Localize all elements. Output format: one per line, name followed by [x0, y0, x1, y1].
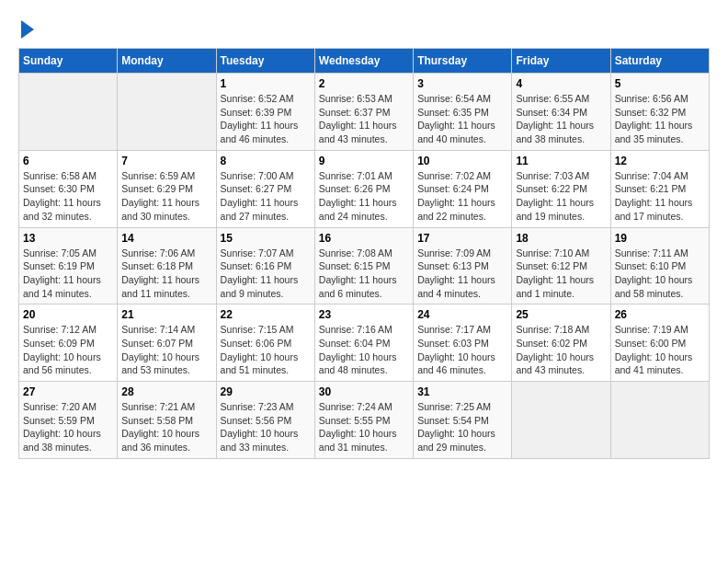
calendar-cell: 6Sunrise: 6:58 AMSunset: 6:30 PMDaylight…: [19, 150, 118, 227]
day-detail: Sunrise: 7:07 AMSunset: 6:16 PMDaylight:…: [221, 247, 311, 301]
calendar-cell: 15Sunrise: 7:07 AMSunset: 6:16 PMDayligh…: [216, 227, 314, 304]
calendar-cell: 24Sunrise: 7:17 AMSunset: 6:03 PMDayligh…: [414, 304, 512, 382]
day-number: 19: [615, 232, 705, 245]
calendar-cell: 12Sunrise: 7:04 AMSunset: 6:21 PMDayligh…: [610, 150, 709, 227]
calendar-cell: 30Sunrise: 7:24 AMSunset: 5:55 PMDayligh…: [314, 382, 413, 459]
logo-arrow-icon: [21, 20, 34, 39]
calendar-header-row: SundayMondayTuesdayWednesdayThursdayFrid…: [19, 49, 710, 74]
calendar-cell: 17Sunrise: 7:09 AMSunset: 6:13 PMDayligh…: [414, 227, 512, 304]
day-number: 1: [221, 77, 311, 90]
day-number: 15: [221, 232, 311, 245]
day-number: 21: [121, 308, 211, 321]
calendar-week-row: 1Sunrise: 6:52 AMSunset: 6:39 PMDaylight…: [19, 74, 710, 151]
day-detail: Sunrise: 7:19 AMSunset: 6:00 PMDaylight:…: [615, 323, 705, 377]
day-detail: Sunrise: 7:12 AMSunset: 6:09 PMDaylight:…: [23, 323, 113, 377]
day-detail: Sunrise: 6:52 AMSunset: 6:39 PMDaylight:…: [221, 92, 311, 146]
day-number: 2: [319, 77, 409, 90]
calendar-cell: 31Sunrise: 7:25 AMSunset: 5:54 PMDayligh…: [414, 382, 512, 459]
calendar-cell: 10Sunrise: 7:02 AMSunset: 6:24 PMDayligh…: [414, 150, 512, 227]
day-number: 10: [417, 155, 507, 167]
day-number: 16: [319, 232, 409, 245]
day-number: 25: [516, 308, 606, 321]
day-detail: Sunrise: 7:00 AMSunset: 6:27 PMDaylight:…: [221, 169, 311, 224]
header-sunday: Sunday: [19, 49, 118, 74]
calendar-cell: 19Sunrise: 7:11 AMSunset: 6:10 PMDayligh…: [610, 227, 709, 304]
page-header: [18, 18, 710, 39]
day-number: 13: [23, 232, 113, 245]
day-number: 29: [221, 385, 311, 398]
day-number: 3: [417, 77, 507, 90]
calendar-week-row: 20Sunrise: 7:12 AMSunset: 6:09 PMDayligh…: [19, 304, 710, 382]
day-number: 30: [319, 385, 409, 398]
day-number: 9: [319, 155, 409, 167]
day-detail: Sunrise: 6:55 AMSunset: 6:34 PMDaylight:…: [516, 92, 606, 146]
logo: [18, 18, 34, 39]
calendar-cell: 23Sunrise: 7:16 AMSunset: 6:04 PMDayligh…: [314, 304, 413, 382]
calendar-week-row: 6Sunrise: 6:58 AMSunset: 6:30 PMDaylight…: [19, 150, 710, 227]
day-number: 6: [23, 155, 113, 167]
calendar-cell: [118, 74, 216, 151]
day-detail: Sunrise: 7:09 AMSunset: 6:13 PMDaylight:…: [417, 247, 507, 301]
day-detail: Sunrise: 7:15 AMSunset: 6:06 PMDaylight:…: [221, 323, 311, 377]
calendar-table: SundayMondayTuesdayWednesdayThursdayFrid…: [18, 48, 710, 459]
day-number: 12: [615, 155, 705, 167]
calendar-cell: 13Sunrise: 7:05 AMSunset: 6:19 PMDayligh…: [19, 227, 118, 304]
day-number: 22: [221, 308, 311, 321]
header-monday: Monday: [118, 49, 216, 74]
day-number: 20: [23, 308, 113, 321]
day-number: 31: [417, 385, 507, 398]
day-detail: Sunrise: 7:08 AMSunset: 6:15 PMDaylight:…: [319, 247, 409, 301]
day-number: 5: [615, 77, 705, 90]
calendar-cell: 5Sunrise: 6:56 AMSunset: 6:32 PMDaylight…: [610, 74, 709, 151]
day-number: 8: [221, 155, 311, 167]
calendar-cell: 28Sunrise: 7:21 AMSunset: 5:58 PMDayligh…: [118, 382, 216, 459]
day-detail: Sunrise: 7:05 AMSunset: 6:19 PMDaylight:…: [23, 247, 113, 301]
day-detail: Sunrise: 7:23 AMSunset: 5:56 PMDaylight:…: [221, 400, 311, 454]
header-friday: Friday: [512, 49, 610, 74]
calendar-cell: 2Sunrise: 6:53 AMSunset: 6:37 PMDaylight…: [314, 74, 413, 151]
day-detail: Sunrise: 6:59 AMSunset: 6:29 PMDaylight:…: [121, 169, 211, 224]
calendar-cell: 22Sunrise: 7:15 AMSunset: 6:06 PMDayligh…: [216, 304, 314, 382]
calendar-cell: 9Sunrise: 7:01 AMSunset: 6:26 PMDaylight…: [314, 150, 413, 227]
day-detail: Sunrise: 6:53 AMSunset: 6:37 PMDaylight:…: [319, 92, 409, 146]
calendar-cell: 7Sunrise: 6:59 AMSunset: 6:29 PMDaylight…: [118, 150, 216, 227]
day-number: 28: [121, 385, 211, 398]
day-number: 17: [417, 232, 507, 245]
calendar-cell: 1Sunrise: 6:52 AMSunset: 6:39 PMDaylight…: [216, 74, 314, 151]
calendar-cell: 11Sunrise: 7:03 AMSunset: 6:22 PMDayligh…: [512, 150, 610, 227]
day-detail: Sunrise: 7:10 AMSunset: 6:12 PMDaylight:…: [516, 247, 606, 301]
day-detail: Sunrise: 7:25 AMSunset: 5:54 PMDaylight:…: [417, 400, 507, 454]
day-number: 23: [319, 308, 409, 321]
day-detail: Sunrise: 7:04 AMSunset: 6:21 PMDaylight:…: [615, 169, 705, 224]
header-thursday: Thursday: [414, 49, 512, 74]
calendar-week-row: 27Sunrise: 7:20 AMSunset: 5:59 PMDayligh…: [19, 382, 710, 459]
day-detail: Sunrise: 6:54 AMSunset: 6:35 PMDaylight:…: [417, 92, 507, 146]
calendar-cell: 3Sunrise: 6:54 AMSunset: 6:35 PMDaylight…: [414, 74, 512, 151]
day-detail: Sunrise: 7:06 AMSunset: 6:18 PMDaylight:…: [121, 247, 211, 301]
day-number: 18: [516, 232, 606, 245]
calendar-week-row: 13Sunrise: 7:05 AMSunset: 6:19 PMDayligh…: [19, 227, 710, 304]
day-detail: Sunrise: 7:02 AMSunset: 6:24 PMDaylight:…: [417, 169, 507, 224]
day-number: 27: [23, 385, 113, 398]
header-wednesday: Wednesday: [314, 49, 413, 74]
calendar-cell: 29Sunrise: 7:23 AMSunset: 5:56 PMDayligh…: [216, 382, 314, 459]
day-detail: Sunrise: 7:11 AMSunset: 6:10 PMDaylight:…: [615, 247, 705, 301]
day-detail: Sunrise: 7:14 AMSunset: 6:07 PMDaylight:…: [121, 323, 211, 377]
header-tuesday: Tuesday: [216, 49, 314, 74]
calendar-cell: [19, 74, 118, 151]
day-detail: Sunrise: 7:21 AMSunset: 5:58 PMDaylight:…: [121, 400, 211, 454]
calendar-cell: [512, 382, 610, 459]
calendar-cell: 14Sunrise: 7:06 AMSunset: 6:18 PMDayligh…: [118, 227, 216, 304]
calendar-cell: 26Sunrise: 7:19 AMSunset: 6:00 PMDayligh…: [610, 304, 709, 382]
calendar-cell: 20Sunrise: 7:12 AMSunset: 6:09 PMDayligh…: [19, 304, 118, 382]
header-saturday: Saturday: [610, 49, 709, 74]
calendar-cell: 4Sunrise: 6:55 AMSunset: 6:34 PMDaylight…: [512, 74, 610, 151]
day-detail: Sunrise: 6:56 AMSunset: 6:32 PMDaylight:…: [615, 92, 705, 146]
day-number: 11: [516, 155, 606, 167]
calendar-cell: 18Sunrise: 7:10 AMSunset: 6:12 PMDayligh…: [512, 227, 610, 304]
calendar-cell: 27Sunrise: 7:20 AMSunset: 5:59 PMDayligh…: [19, 382, 118, 459]
day-number: 14: [121, 232, 211, 245]
day-number: 7: [121, 155, 211, 167]
day-detail: Sunrise: 6:58 AMSunset: 6:30 PMDaylight:…: [23, 169, 113, 224]
day-detail: Sunrise: 7:18 AMSunset: 6:02 PMDaylight:…: [516, 323, 606, 377]
